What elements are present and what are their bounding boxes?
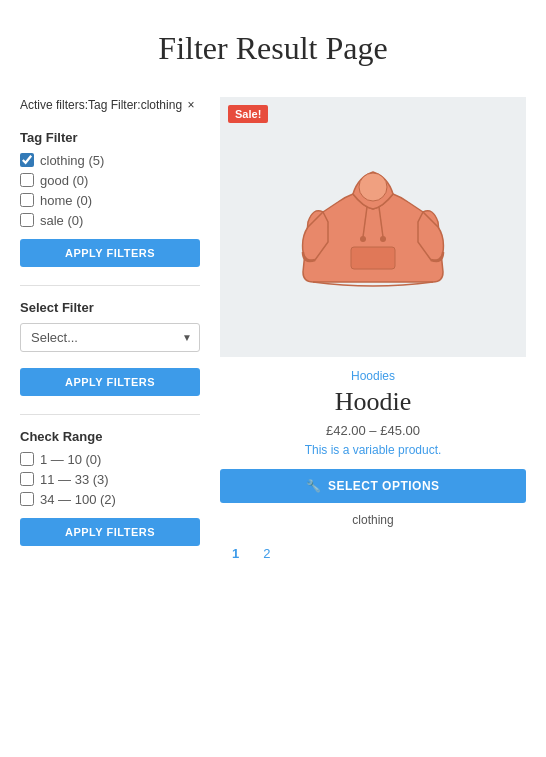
- sale-badge: Sale!: [228, 105, 268, 123]
- svg-point-5: [380, 236, 386, 242]
- select-filter-apply-button[interactable]: APPLY FILTERS: [20, 368, 200, 396]
- range-item-1-10[interactable]: 1 — 10 (0): [20, 452, 200, 467]
- sidebar: Active filters:Tag Filter:clothing × Tag…: [20, 97, 200, 564]
- range-label-34-100: 34 — 100 (2): [40, 492, 116, 507]
- pagination: 1 2: [220, 543, 526, 564]
- tag-filter-label-clothing: clothing (5): [40, 153, 104, 168]
- select-filter-dropdown[interactable]: Select...: [20, 323, 200, 352]
- tag-filter-label-home: home (0): [40, 193, 92, 208]
- product-price: £42.00 – £45.00: [220, 423, 526, 438]
- check-range-title: Check Range: [20, 429, 200, 444]
- range-checkbox-1-10[interactable]: [20, 452, 34, 466]
- select-options-label: SELECT OPTIONS: [328, 479, 440, 493]
- wrench-icon: 🔧: [306, 479, 322, 493]
- check-range-section: Check Range 1 — 10 (0) 11 — 33 (3) 34 — …: [20, 429, 200, 546]
- tag-filter-title: Tag Filter: [20, 130, 200, 145]
- select-filter-section: Select Filter Select... APPLY FILTERS: [20, 300, 200, 396]
- tag-filter-label-sale: sale (0): [40, 213, 83, 228]
- product-image: [220, 97, 526, 357]
- range-item-34-100[interactable]: 34 — 100 (2): [20, 492, 200, 507]
- product-tags: clothing: [220, 513, 526, 527]
- content-area: Sale!: [220, 97, 526, 564]
- range-checkbox-34-100[interactable]: [20, 492, 34, 506]
- product-category: Hoodies: [220, 369, 526, 383]
- page-2-link[interactable]: 2: [255, 543, 278, 564]
- select-options-button[interactable]: 🔧 SELECT OPTIONS: [220, 469, 526, 503]
- tag-filter-item-home[interactable]: home (0): [20, 193, 200, 208]
- active-filters-label: Active filters:: [20, 98, 88, 112]
- product-variable-text: This is a variable product.: [220, 443, 526, 457]
- page-1-link[interactable]: 1: [224, 543, 247, 564]
- select-filter-wrapper: Select...: [20, 323, 200, 352]
- tag-filter-item-sale[interactable]: sale (0): [20, 213, 200, 228]
- tag-filter-item-good[interactable]: good (0): [20, 173, 200, 188]
- product-image-container: Sale!: [220, 97, 526, 357]
- tag-filter-checkbox-sale[interactable]: [20, 213, 34, 227]
- product-card: Sale!: [220, 97, 526, 527]
- svg-rect-1: [351, 247, 395, 269]
- tag-filter-item-clothing[interactable]: clothing (5): [20, 153, 200, 168]
- product-name: Hoodie: [220, 387, 526, 417]
- select-filter-title: Select Filter: [20, 300, 200, 315]
- range-item-11-33[interactable]: 11 — 33 (3): [20, 472, 200, 487]
- remove-filter-button[interactable]: ×: [187, 98, 194, 112]
- tag-filter-section: Tag Filter clothing (5) good (0) home (0…: [20, 130, 200, 267]
- tag-filter-label-good: good (0): [40, 173, 88, 188]
- svg-point-4: [360, 236, 366, 242]
- active-filters: Active filters:Tag Filter:clothing ×: [20, 97, 200, 114]
- divider-1: [20, 285, 200, 286]
- check-range-apply-button[interactable]: APPLY FILTERS: [20, 518, 200, 546]
- range-label-1-10: 1 — 10 (0): [40, 452, 101, 467]
- tag-filter-checkbox-clothing[interactable]: [20, 153, 34, 167]
- svg-point-0: [359, 173, 387, 201]
- divider-2: [20, 414, 200, 415]
- active-filters-tag: Tag Filter:clothing: [88, 98, 182, 112]
- tag-filter-apply-button[interactable]: APPLY FILTERS: [20, 239, 200, 267]
- tag-filter-checkbox-home[interactable]: [20, 193, 34, 207]
- page-title: Filter Result Page: [0, 0, 546, 87]
- range-label-11-33: 11 — 33 (3): [40, 472, 109, 487]
- tag-filter-checkbox-good[interactable]: [20, 173, 34, 187]
- range-checkbox-11-33[interactable]: [20, 472, 34, 486]
